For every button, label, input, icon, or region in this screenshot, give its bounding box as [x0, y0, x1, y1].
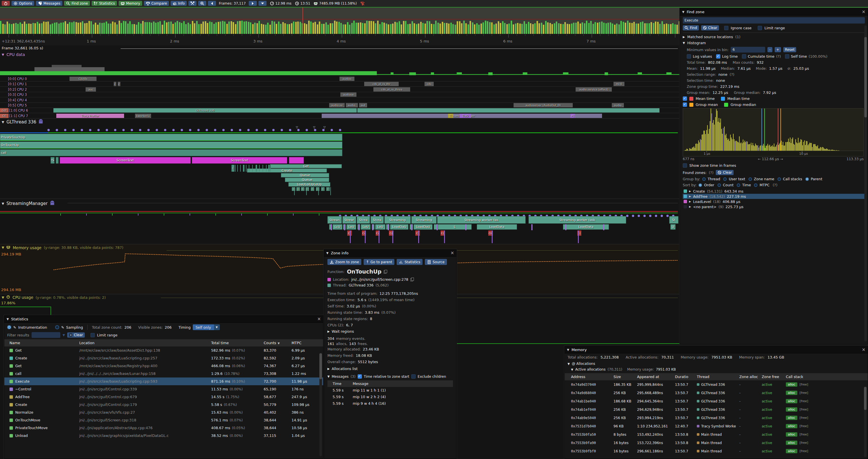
sample-dot[interactable]: [314, 129, 316, 131]
zone[interactable]: L: [438, 224, 472, 230]
zone[interactable]: [56, 157, 59, 164]
self-time-checkbox[interactable]: [785, 54, 789, 59]
zone[interactable]: ScreenText: [192, 157, 287, 164]
sample-dot[interactable]: [626, 215, 628, 217]
group-by-zone-name[interactable]: [748, 177, 752, 181]
sort-by-mtpc[interactable]: [754, 184, 757, 187]
help-icon[interactable]: (?): [776, 54, 781, 59]
zone[interactable]: Get: [270, 164, 342, 168]
allocation-row[interactable]: 0x7531d7b04096 KB1:10 234,952,16112:40.7…: [565, 422, 868, 430]
allocation-row[interactable]: 0x7553b9fa9016 bytes153,722,396ns13:50.8…: [565, 438, 868, 447]
zone[interactable]: [252, 165, 253, 172]
active-allocations-header[interactable]: ▼Active allocations(70,311)Memory usage:…: [565, 366, 868, 373]
cpu-zone[interactable]: TraO: [460, 114, 471, 118]
table-row[interactable]: calljni/../jni/../../../src/claw/base/Lu…: [4, 370, 323, 378]
copy-icon[interactable]: [384, 270, 387, 273]
zone[interactable]: [259, 165, 260, 172]
sample-dot[interactable]: [247, 129, 250, 131]
chevron-right-icon[interactable]: ▶: [689, 190, 691, 193]
clear-button[interactable]: Clear: [701, 25, 719, 30]
cpu-zone[interactable]: audioserver (AudioOut_D): [514, 103, 573, 107]
zoom-to-zone-button[interactable]: Zoom to zone: [328, 259, 361, 265]
zone[interactable]: LoaULoiUpLoUp: [288, 182, 330, 187]
zone[interactable]: Streaming worker tas: [437, 216, 526, 224]
matched-source-locations[interactable]: ▶Matched source locations(1): [683, 35, 865, 39]
table-row[interactable]: Createjni/../jni/src/claw/base/LuaScript…: [4, 354, 323, 362]
chevron-right-icon[interactable]: ▶: [689, 205, 691, 208]
zone[interactable]: LoadData: [477, 224, 517, 230]
show-zone-time-checkbox[interactable]: [683, 163, 687, 168]
zone[interactable]: (: [292, 187, 295, 191]
sample-dot[interactable]: [331, 129, 333, 131]
sample-dot[interactable]: [106, 129, 108, 131]
sample-dot[interactable]: [638, 215, 640, 217]
sample-dot[interactable]: [214, 129, 216, 131]
found-zone-row[interactable]: ▶<no parent>(9)225.73 µs: [683, 204, 865, 209]
table-row[interactable]: Get/mnt/e/claw/src/claw/base/Registry.hp…: [4, 362, 323, 370]
sampling-radio[interactable]: [55, 325, 59, 329]
sample-dot[interactable]: [64, 129, 66, 131]
zone[interactable]: [331, 224, 332, 230]
clear-found-button[interactable]: Clear: [716, 170, 734, 175]
cpu-zone[interactable]: Tracy Profiler: [56, 114, 124, 118]
scrollbar[interactable]: [319, 353, 322, 456]
allocation-row[interactable]: 0x74ab1ef040256 KB294,629,948ns13:50.7GL…: [565, 405, 868, 414]
zone[interactable]: |-: [326, 187, 330, 191]
alloc-callstack-button[interactable]: alloc: [786, 391, 797, 395]
sample-dot[interactable]: [306, 129, 308, 131]
sample-dot[interactable]: [272, 129, 275, 131]
go-to-parent-button[interactable]: ↑Go to parent: [364, 259, 395, 265]
sample-dot[interactable]: [256, 129, 258, 131]
table-row[interactable]: OnTouchMovejni/../jni/src/guif/Screen.cp…: [4, 416, 323, 424]
collapse-icon[interactable]: ▼: [567, 348, 569, 351]
found-zone-row[interactable]: ▶Create(54,131)643.34 ms: [683, 189, 865, 194]
alloc-callstack-button[interactable]: alloc: [786, 407, 797, 412]
zone[interactable]: Strea: [357, 216, 370, 224]
sample-dot[interactable]: [131, 129, 133, 131]
chevron-down-icon[interactable]: ▼: [571, 368, 573, 371]
col-appeared-at[interactable]: Appeared at: [637, 374, 675, 379]
instrumentation-radio[interactable]: [7, 325, 11, 329]
collapse-icon[interactable]: ▼: [2, 120, 4, 124]
sample-dot[interactable]: [156, 129, 158, 131]
sample-dot[interactable]: [281, 129, 283, 131]
zone[interactable]: U: [671, 224, 676, 230]
zone[interactable]: E: [231, 165, 235, 172]
table-row[interactable]: Normalizejni/../jni/src/claw/vfs/Vfs.cpp…: [4, 408, 323, 416]
table-row[interactable]: PrivateTouchMovejni/../jni/application/A…: [4, 424, 323, 432]
cpu-zone[interactable]: audio: [612, 103, 624, 107]
col-address[interactable]: Address: [571, 374, 614, 379]
cpu-zone[interactable]: aut: [359, 103, 367, 107]
power-button[interactable]: [2, 1, 10, 6]
cpu-zone[interactable]: A|: [570, 114, 575, 118]
cpu-usage-header[interactable]: ▼CPU usage(y-range: 0.78%, visible data …: [2, 295, 106, 300]
sort-by-count[interactable]: [717, 184, 721, 187]
cpu-zone[interactable]: cds: [425, 82, 434, 86]
col-location[interactable]: Location: [79, 341, 211, 345]
source-button[interactable]: Source: [425, 259, 447, 265]
sample-dot[interactable]: [48, 129, 50, 131]
cpu-zone[interactable]: c: [114, 82, 116, 86]
clear-filter-button[interactable]: ×Clear: [67, 332, 85, 337]
alloc-callstack-button[interactable]: alloc: [786, 432, 797, 437]
zone[interactable]: call: [0, 149, 342, 156]
sample-dot[interactable]: [97, 129, 100, 131]
allocations-list-toggle[interactable]: ▶Allocations list: [328, 367, 453, 371]
zone[interactable]: LoadData: [563, 224, 609, 230]
alloc-callstack-button[interactable]: alloc: [786, 416, 797, 420]
cpu-zone[interactable]: GE: [0, 114, 9, 118]
zone[interactable]: Strear: [342, 216, 356, 224]
sample-dot[interactable]: [230, 129, 233, 131]
zone[interactable]: C|: [347, 230, 352, 236]
col-zone-free[interactable]: Zone free: [762, 374, 786, 379]
zone[interactable]: (: [321, 187, 324, 191]
zone[interactable]: LoU: [361, 224, 371, 230]
col-call-stack[interactable]: Call stack: [786, 374, 868, 379]
zone[interactable]: |-: [316, 187, 319, 191]
close-icon[interactable]: ×: [862, 9, 865, 14]
table-row[interactable]: Createjni/../jni/src/guif/Control.cpp:17…: [4, 401, 323, 408]
sample-dot[interactable]: [81, 129, 83, 131]
alloc-callstack-button[interactable]: alloc: [786, 424, 797, 428]
table-row[interactable]: Executejni/../jni/src/claw/base/LuaScrip…: [4, 378, 323, 385]
close-icon[interactable]: ×: [451, 250, 454, 256]
